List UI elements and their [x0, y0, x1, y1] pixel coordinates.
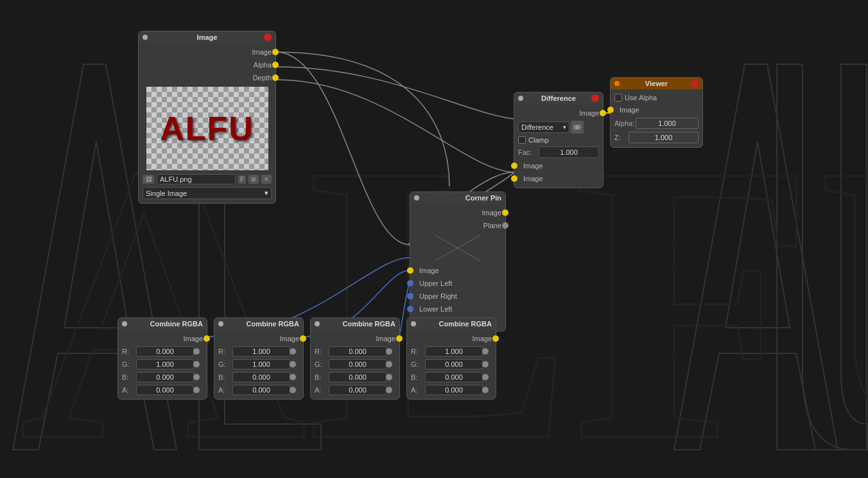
- socket-c3-b: [386, 374, 392, 380]
- c1-image-row: Image: [118, 332, 207, 345]
- socket-c3-a: [386, 387, 392, 393]
- socket-c2-b: [290, 374, 296, 380]
- socket-diff-input-1: [511, 163, 517, 169]
- c1-b-field[interactable]: 0.000: [136, 372, 194, 382]
- socket-c4-output: [492, 335, 499, 342]
- cp-lower-left-label: Lower Left: [419, 305, 452, 313]
- c3-a-field[interactable]: 0.000: [329, 385, 386, 395]
- socket-cp-lower-left: [407, 306, 413, 312]
- cp-input-image-label: Image: [419, 267, 439, 274]
- socket-diff-output-image: [600, 110, 606, 116]
- c2-image-row: Image: [214, 332, 303, 345]
- difference-header: Difference: [514, 93, 603, 104]
- c1-a-row: A: 0.000: [118, 384, 207, 396]
- svg-point-4: [576, 125, 581, 130]
- blend-svg: [573, 123, 582, 132]
- c3-image-row: Image: [311, 332, 399, 345]
- type-dropdown-label: Single Image: [146, 190, 187, 197]
- c1-r-row: R: 0.000: [118, 345, 207, 358]
- viewer-alpha-label: Alpha:: [614, 120, 634, 127]
- c1-a-field[interactable]: 0.000: [136, 385, 194, 395]
- c3-r-field[interactable]: 0.000: [329, 346, 386, 357]
- socket-c2-output: [300, 335, 306, 342]
- c2-g-field[interactable]: 1.000: [232, 359, 290, 369]
- c4-r-row: R: 1.000: [407, 345, 496, 358]
- fac-field[interactable]: 1.000: [539, 146, 599, 158]
- c1-g-field[interactable]: 1.000: [136, 359, 194, 369]
- c2-a-label: A:: [218, 386, 231, 394]
- combine2-title: Combine RGBA: [247, 320, 300, 328]
- c4-g-label: G:: [411, 360, 424, 368]
- viewer-input-image-label: Image: [620, 106, 639, 114]
- type-dropdown[interactable]: Single Image ▾: [143, 187, 272, 199]
- c4-g-field[interactable]: 0.000: [425, 359, 483, 369]
- c4-image-label: Image: [472, 335, 492, 342]
- difference-body: Image Difference ▾ Clamp: [514, 104, 603, 188]
- c2-g-label: G:: [218, 360, 231, 368]
- socket-c2-r: [290, 348, 296, 355]
- combine-rgba-2: Combine RGBA Image R: 1.000 G: 1.000 B: …: [214, 317, 304, 400]
- cp-input-upperleft-row: Upper Left: [410, 277, 505, 290]
- viewer-input-image-row: Image: [611, 103, 702, 116]
- combine3-dot: [315, 321, 320, 326]
- c3-a-row: A: 0.000: [311, 384, 399, 396]
- c3-b-row: B: 0.000: [311, 371, 399, 384]
- socket-c4-a: [482, 387, 489, 393]
- image-node-dot: [143, 35, 148, 40]
- socket-c1-a: [193, 387, 200, 393]
- c1-r-field[interactable]: 0.000: [136, 346, 194, 357]
- c3-g-label: G:: [315, 360, 327, 368]
- c3-b-field[interactable]: 0.000: [329, 372, 386, 382]
- c4-a-field[interactable]: 0.000: [425, 385, 483, 395]
- img-nav-btn[interactable]: ⊞: [248, 175, 259, 184]
- c2-r-row: R: 1.000: [214, 345, 303, 358]
- fac-row: Fac: 1.000: [514, 145, 603, 159]
- corner-pin-node: Corner Pin Image Plane Image: [410, 191, 506, 332]
- difference-close[interactable]: [591, 94, 599, 102]
- blend-mode-select[interactable]: Difference ▾: [518, 121, 569, 133]
- viewer-z-field[interactable]: 1.000: [629, 132, 699, 143]
- use-alpha-checkbox[interactable]: [614, 94, 622, 102]
- diff-output-image-label: Image: [579, 109, 599, 117]
- c3-b-label: B:: [315, 373, 327, 381]
- cp-upper-right-label: Upper Right: [419, 292, 457, 300]
- viewer-header: Viewer: [611, 78, 702, 89]
- image-node-close[interactable]: [264, 33, 272, 41]
- c1-a-label: A:: [122, 386, 135, 394]
- output-depth-row: Depth: [139, 71, 275, 84]
- socket-c4-r: [482, 348, 489, 355]
- c2-g-row: G: 1.000: [214, 358, 303, 371]
- corner-pin-body: Image Plane Image Upper Left: [410, 204, 505, 331]
- clamp-checkbox[interactable]: [518, 136, 526, 144]
- diff-input-image1-row: Image: [514, 159, 603, 172]
- difference-node: Difference Image Difference ▾: [514, 92, 603, 188]
- output-depth-label: Depth: [253, 74, 272, 82]
- c1-g-row: G: 1.000: [118, 358, 207, 371]
- c2-a-field[interactable]: 0.000: [232, 385, 290, 395]
- diff-input-image2-row: Image: [514, 172, 603, 185]
- socket-output-depth: [272, 75, 279, 81]
- c2-r-field[interactable]: 1.000: [232, 346, 290, 357]
- f-badge: F: [238, 175, 246, 184]
- dropdown-arrow: ▾: [265, 189, 268, 197]
- corner-pin-title: Corner Pin: [465, 194, 501, 202]
- image-node-body: Image Alpha Depth ALFU 🖼 ALFU.png F: [139, 43, 275, 203]
- c2-b-field[interactable]: 0.000: [232, 372, 290, 382]
- viewer-close[interactable]: [691, 80, 699, 87]
- combine1-dot: [122, 321, 127, 326]
- filename-input[interactable]: ALFU.png: [157, 174, 236, 184]
- img-close-btn[interactable]: ✕: [261, 175, 272, 184]
- socket-c4-g: [482, 361, 489, 367]
- blend-icon[interactable]: [571, 121, 584, 134]
- c4-b-field[interactable]: 0.000: [425, 372, 483, 382]
- socket-c4-b: [482, 374, 489, 380]
- viewer-title: Viewer: [645, 80, 668, 87]
- combine3-body: Image R: 0.000 G: 0.000 B: 0.000 A: 0.00…: [311, 330, 399, 399]
- c4-g-row: G: 0.000: [407, 358, 496, 371]
- c2-b-row: B: 0.000: [214, 371, 303, 384]
- corner-pin-dot: [414, 195, 419, 200]
- c3-g-field[interactable]: 0.000: [329, 359, 386, 369]
- c4-r-field[interactable]: 1.000: [425, 346, 483, 357]
- viewer-alpha-field[interactable]: 1.000: [636, 118, 699, 129]
- c2-image-label: Image: [279, 335, 299, 342]
